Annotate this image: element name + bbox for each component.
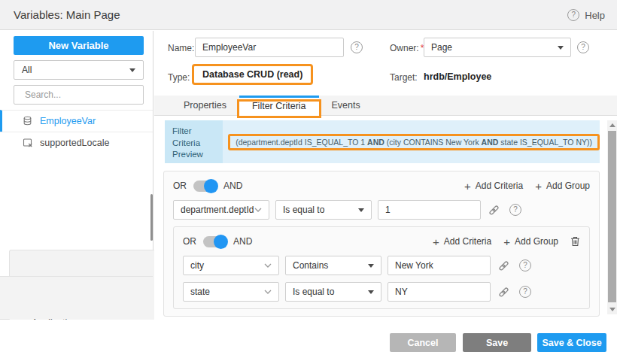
scrollbar-thumb[interactable] <box>608 131 616 302</box>
criteria-row: department.deptId Is equal to <box>173 200 590 220</box>
chevron-down-icon <box>368 290 374 294</box>
tab-properties[interactable]: Properties <box>171 96 239 116</box>
owner-help-icon[interactable]: ? <box>577 41 589 53</box>
criteria-row: city Contains <box>183 256 580 275</box>
criteria-help-icon[interactable]: ? <box>519 286 531 298</box>
variable-type-filter-select[interactable]: All <box>14 60 144 80</box>
criteria-group-nested: OR AND + Add Criteria + Add Group <box>173 226 590 309</box>
owner-label: Owner:* <box>390 43 424 53</box>
filter-criteria-preview: Filter Criteria Preview (department.dept… <box>165 120 600 163</box>
chevron-down-icon <box>254 208 262 212</box>
chevron-down-icon <box>558 46 564 50</box>
add-group-button[interactable]: + Add Group <box>535 180 590 192</box>
locale-variable-icon <box>23 138 33 148</box>
bind-variable-button[interactable] <box>498 260 509 271</box>
add-group-button[interactable]: + Add Group <box>503 236 558 247</box>
preview-highlight-box: (department.deptId IS_EQUAL_TO 1 AND (ci… <box>228 134 600 150</box>
help-icon: ? <box>567 9 579 21</box>
save-button[interactable]: Save <box>463 333 531 352</box>
name-help-icon[interactable]: ? <box>351 41 363 53</box>
plus-icon: + <box>503 236 510 247</box>
add-criteria-button[interactable]: + Add Criteria <box>433 236 491 247</box>
chevron-down-icon <box>264 290 272 294</box>
owner-select[interactable]: Page <box>424 38 571 57</box>
link-icon <box>488 205 500 216</box>
chevron-down-icon <box>264 263 272 268</box>
type-value: Database CRUD (read) <box>202 69 302 80</box>
variable-type-filter-value: All <box>22 65 129 75</box>
operator-select[interactable]: Is equal to <box>275 200 372 220</box>
name-input[interactable] <box>195 38 344 57</box>
chevron-down-icon <box>358 208 364 212</box>
search-input[interactable] <box>25 89 141 100</box>
operator-select[interactable]: Is equal to <box>285 282 381 302</box>
and-label: AND <box>223 180 242 191</box>
editor-tabs: Properties Filter Criteria Events <box>154 96 617 116</box>
and-label: AND <box>233 236 252 247</box>
help-label: Help <box>585 10 605 21</box>
variables-sidebar: New Variable All Page E <box>0 31 153 320</box>
tab-filter-criteria[interactable]: Filter Criteria <box>239 96 319 116</box>
or-and-toggle[interactable] <box>193 180 217 192</box>
criteria-row: state Is equal to <box>183 282 580 302</box>
value-input[interactable] <box>378 200 481 220</box>
add-criteria-button[interactable]: + Add Criteria <box>464 180 523 192</box>
scroll-down-button[interactable] <box>607 305 617 314</box>
delete-group-button[interactable] <box>570 236 580 247</box>
or-and-toggle[interactable] <box>203 236 226 247</box>
variables-dialog: Variables: Main Page ? Help New Variable… <box>0 0 617 364</box>
bind-variable-button[interactable] <box>488 205 500 216</box>
variables-tree: Page EmployeeVar Application suppo <box>0 110 153 319</box>
page-title: Variables: Main Page <box>14 0 120 30</box>
type-label: Type: <box>168 72 190 83</box>
dialog-footer: Cancel Save Save & Close <box>0 320 617 364</box>
or-label: OR <box>183 236 196 247</box>
value-input[interactable] <box>388 256 491 275</box>
preview-expression: (department.deptId IS_EQUAL_TO 1 AND (ci… <box>236 138 592 147</box>
operator-select[interactable]: Contains <box>285 256 381 275</box>
content-scrollbar[interactable] <box>607 120 617 314</box>
database-variable-icon <box>23 116 33 126</box>
bind-variable-button[interactable] <box>498 287 509 298</box>
type-highlight-box: Database CRUD (read) <box>192 64 313 85</box>
value-input[interactable] <box>388 282 491 302</box>
arrow-up-icon <box>609 123 615 127</box>
tree-empty-area <box>0 276 153 319</box>
help-button[interactable]: ? Help <box>567 0 605 30</box>
target-value: hrdb/Employee <box>424 71 491 82</box>
title-bar: Variables: Main Page ? Help <box>0 0 617 30</box>
plus-icon: + <box>433 236 439 247</box>
chevron-down-icon <box>129 68 135 72</box>
arrow-down-icon <box>609 308 615 311</box>
target-label: Target: <box>390 72 418 83</box>
sidebar-scrollbar[interactable] <box>150 194 153 241</box>
cancel-button[interactable]: Cancel <box>390 333 456 352</box>
tree-item-employeevar[interactable]: EmployeeVar <box>0 110 153 132</box>
save-and-close-button[interactable]: Save & Close <box>537 333 606 352</box>
plus-icon: + <box>535 180 542 192</box>
search-box <box>14 85 144 105</box>
field-select[interactable]: state <box>183 282 279 302</box>
field-select[interactable]: city <box>183 256 279 275</box>
chevron-down-icon <box>368 264 374 268</box>
or-label: OR <box>173 180 187 191</box>
link-icon <box>498 287 509 298</box>
plus-icon: + <box>464 180 471 192</box>
scroll-up-button[interactable] <box>607 120 617 130</box>
new-variable-button[interactable]: New Variable <box>14 36 144 55</box>
tree-item-supportedlocale[interactable]: supportedLocale <box>0 132 153 153</box>
trash-icon <box>570 236 580 247</box>
variable-editor-panel: Name:* ? Owner:* Page ? Type: Database C… <box>154 31 617 320</box>
tab-events[interactable]: Events <box>319 96 373 116</box>
criteria-group-root: OR AND + Add Criteria + Add Group depar <box>163 171 600 317</box>
field-select[interactable]: department.deptId <box>173 200 269 220</box>
link-icon <box>498 260 509 271</box>
criteria-help-icon[interactable]: ? <box>519 259 531 271</box>
criteria-help-icon[interactable]: ? <box>509 204 521 216</box>
preview-label: Filter Criteria Preview <box>165 120 223 163</box>
